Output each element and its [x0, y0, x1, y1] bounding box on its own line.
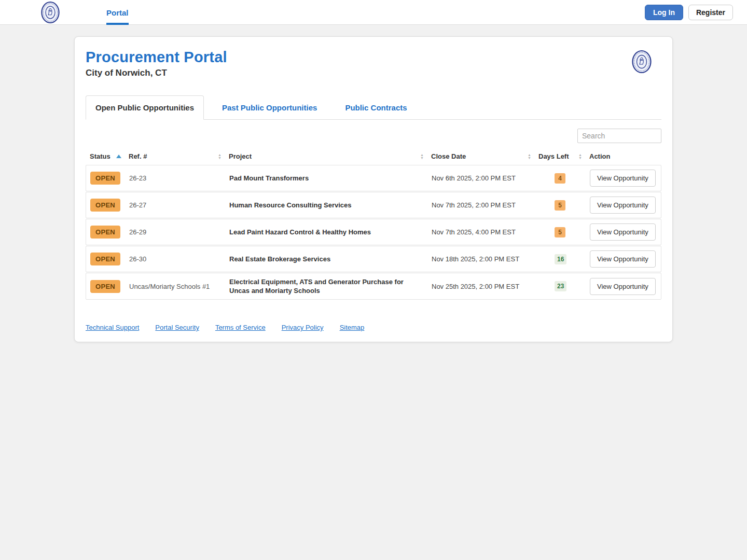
- view-opportunity-button[interactable]: View Opportunity: [590, 170, 656, 187]
- column-header-project[interactable]: Project ▲▼: [229, 152, 431, 160]
- project-name: Real Estate Brokerage Services: [229, 255, 432, 263]
- table-row: OPEN 26-29 Lead Paint Hazard Control & H…: [86, 219, 661, 245]
- table-row: OPEN 26-23 Pad Mount Transformers Nov 6t…: [86, 165, 661, 191]
- page-title: Procurement Portal: [86, 49, 661, 66]
- tab-public-contracts[interactable]: Public Contracts: [335, 95, 417, 120]
- column-header-action: Action: [589, 152, 657, 160]
- column-header-days-left[interactable]: Days Left ▲▼: [538, 152, 589, 160]
- table-header: Status Ref. # ▲▼ Project ▲▼ Close Date ▲…: [86, 148, 661, 164]
- view-opportunity-button[interactable]: View Opportunity: [590, 223, 656, 241]
- navbar-actions: Log In Register: [645, 0, 733, 25]
- nav-active-indicator: [106, 23, 129, 25]
- status-badge: OPEN: [90, 280, 120, 293]
- card-header: Procurement Portal City of Norwich, CT: [86, 49, 661, 78]
- status-badge: OPEN: [90, 253, 120, 265]
- nav-item-portal[interactable]: Portal: [106, 0, 129, 25]
- nav-portal-label: Portal: [106, 8, 129, 17]
- status-badge: OPEN: [90, 199, 120, 212]
- table-row: OPEN Uncas/Moriarty Schools #1 Electrica…: [86, 273, 661, 300]
- ref-number: 26-27: [129, 201, 229, 209]
- close-date: Nov 18th 2025, 2:00 PM EST: [432, 255, 539, 263]
- footer-link-technical-support[interactable]: Technical Support: [86, 324, 139, 331]
- page-subtitle: City of Norwich, CT: [86, 68, 661, 78]
- days-left-badge: 16: [555, 254, 566, 264]
- ref-number: 26-29: [129, 228, 229, 236]
- view-opportunity-button[interactable]: View Opportunity: [590, 278, 656, 295]
- column-header-close-date[interactable]: Close Date ▲▼: [431, 152, 538, 160]
- navbar-logo: [40, 1, 60, 24]
- close-date: Nov 25th 2025, 2:00 PM EST: [432, 283, 539, 290]
- footer-link-privacy-policy[interactable]: Privacy Policy: [282, 324, 324, 331]
- sort-icon: ▲▼: [218, 153, 222, 160]
- column-header-status[interactable]: Status: [90, 152, 129, 160]
- view-opportunity-button[interactable]: View Opportunity: [590, 197, 656, 214]
- top-navbar: Portal Log In Register: [0, 0, 747, 25]
- project-name: Pad Mount Transformers: [229, 174, 432, 183]
- footer-link-sitemap[interactable]: Sitemap: [340, 324, 365, 331]
- ref-number: Uncas/Moriarty Schools #1: [129, 283, 229, 290]
- status-badge: OPEN: [90, 226, 120, 239]
- ref-number: 26-30: [129, 255, 229, 263]
- table-body: OPEN 26-23 Pad Mount Transformers Nov 6t…: [86, 165, 661, 300]
- sort-icon: ▲▼: [420, 153, 424, 160]
- view-opportunity-button[interactable]: View Opportunity: [590, 250, 656, 268]
- days-left-badge: 23: [555, 281, 566, 291]
- tab-past-public-opportunities[interactable]: Past Public Opportunities: [212, 95, 327, 120]
- city-seal-icon: [631, 50, 652, 74]
- days-left-badge: 5: [555, 227, 565, 237]
- search-row: [86, 129, 661, 143]
- login-button[interactable]: Log In: [645, 5, 683, 20]
- card-footer: Technical Support Portal Security Terms …: [86, 324, 661, 331]
- sort-icon: ▲▼: [528, 153, 531, 160]
- search-input[interactable]: [577, 129, 661, 143]
- status-badge: OPEN: [90, 172, 120, 185]
- close-date: Nov 7th 2025, 4:00 PM EST: [432, 228, 539, 236]
- ref-number: 26-23: [129, 174, 229, 182]
- tab-open-public-opportunities[interactable]: Open Public Opportunities: [86, 95, 204, 120]
- days-left-badge: 4: [555, 173, 565, 184]
- register-button[interactable]: Register: [688, 5, 733, 20]
- column-header-ref[interactable]: Ref. # ▲▼: [129, 152, 229, 160]
- footer-link-terms-of-service[interactable]: Terms of Service: [215, 324, 266, 331]
- close-date: Nov 6th 2025, 2:00 PM EST: [432, 174, 539, 182]
- sort-ascending-icon: [116, 155, 121, 158]
- procurement-portal-card: Procurement Portal City of Norwich, CT O…: [74, 36, 673, 342]
- project-name: Electrical Equipment, ATS and Generator …: [229, 277, 432, 295]
- table-row: OPEN 26-27 Human Resource Consulting Ser…: [86, 192, 661, 218]
- project-name: Lead Paint Hazard Control & Healthy Home…: [229, 228, 432, 236]
- tab-bar: Open Public Opportunities Past Public Op…: [86, 95, 661, 120]
- close-date: Nov 7th 2025, 2:00 PM EST: [432, 201, 539, 209]
- days-left-badge: 5: [555, 200, 565, 211]
- project-name: Human Resource Consulting Services: [229, 201, 432, 209]
- city-seal-icon: [40, 1, 60, 24]
- footer-link-portal-security[interactable]: Portal Security: [155, 324, 199, 331]
- table-row: OPEN 26-30 Real Estate Brokerage Service…: [86, 246, 661, 272]
- sort-icon: ▲▼: [578, 153, 582, 160]
